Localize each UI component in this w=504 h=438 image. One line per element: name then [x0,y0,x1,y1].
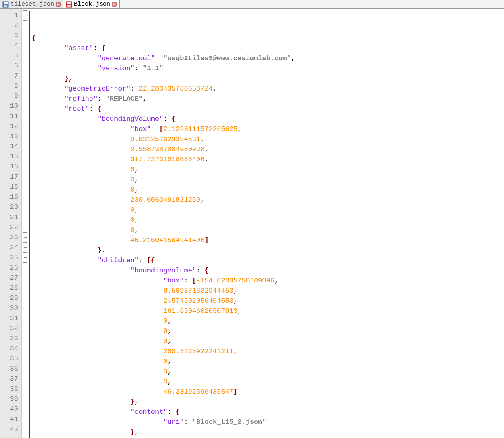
code-line[interactable]: "root": { [29,104,504,114]
code-line[interactable]: "children": [{ [29,255,504,265]
code-line[interactable]: 0, [29,164,504,175]
fold-toggle[interactable] [22,101,29,111]
svg-rect-5 [67,2,71,4]
code-line[interactable]: "boundingVolume": { [29,114,504,124]
line-number: 19 [0,192,21,202]
fold-guide [22,30,29,40]
line-number: 23 [0,232,21,242]
fold-toggle[interactable] [22,253,29,263]
code-line[interactable]: 0, [29,185,504,195]
line-number: 27 [0,273,21,283]
svg-rect-6 [67,5,71,7]
code-line[interactable]: "boundingVolume": { [29,265,504,276]
line-number: 2 [0,20,21,30]
line-number: 21 [0,212,21,222]
line-number: 25 [0,253,21,263]
line-number: 6 [0,61,21,71]
line-number: 24 [0,242,21,253]
code-line[interactable]: 8.509371832944453, [29,286,504,296]
code-line[interactable]: 0, [29,377,504,387]
line-number: 10 [0,101,21,111]
code-line[interactable]: 0, [29,336,504,346]
code-line[interactable]: "asset": { [29,43,504,53]
fold-toggle[interactable] [22,242,29,253]
fold-guide [22,374,29,384]
line-number: 41 [0,414,21,424]
line-number: 29 [0,293,21,303]
code-line[interactable]: }, [29,397,504,407]
line-number: 14 [0,141,21,152]
fold-toggle[interactable] [22,232,29,242]
code-line[interactable]: 0, [29,215,504,225]
line-number: 28 [0,283,21,293]
line-number: 36 [0,364,21,374]
code-line[interactable]: }, [29,74,504,84]
code-line[interactable]: 2.5587387084960938, [29,144,504,154]
fold-guide [22,343,29,354]
fold-toggle[interactable] [22,20,29,30]
code-line[interactable]: { [29,33,504,43]
code-line[interactable]: "box": [2.1283111572265625, [29,124,504,134]
code-line[interactable]: "box": [-154.02335756109096, [29,276,504,286]
fold-guide [22,212,29,222]
code-line[interactable]: 46.23192596435547] [29,387,504,397]
line-number: 18 [0,182,21,192]
code-line[interactable]: "content": { [29,407,504,417]
tab-block[interactable]: Block.json [63,0,120,8]
line-number: 22 [0,222,21,232]
code-line[interactable]: "generatetool": "osgb2tiles5@www.cesiuml… [29,53,504,63]
line-number: 5 [0,51,21,61]
code-line[interactable]: "version": "1.1" [29,63,504,74]
code-line[interactable]: 0, [29,326,504,336]
code-line[interactable]: 230.6563491821289, [29,195,504,205]
close-icon[interactable] [56,2,61,7]
line-number: 12 [0,121,21,131]
fold-guide [22,424,29,434]
fold-guide [22,283,29,293]
code-line[interactable]: 0, [29,366,504,377]
code-line[interactable]: "geometricError": 22.283435780658724, [29,84,504,94]
code-line[interactable]: 2.574502056464553, [29,296,504,306]
close-icon[interactable] [112,2,117,7]
line-number: 30 [0,303,21,313]
code-line[interactable]: 161.69046020507813, [29,306,504,316]
code-line[interactable]: }, [29,245,504,255]
fold-toggle[interactable] [22,384,29,394]
code-line[interactable]: 0, [29,225,504,235]
code-line[interactable]: 0, [29,205,504,215]
fold-guide [22,131,29,141]
line-number: 31 [0,313,21,323]
floppy-icon [2,1,9,8]
fold-guide [22,172,29,182]
fold-toggle[interactable] [22,91,29,101]
code-line[interactable]: 0, [29,356,504,366]
fold-toggle[interactable] [22,10,29,20]
code-line[interactable]: 9.031257629394531, [29,134,504,144]
fold-guide [22,71,29,81]
code-line[interactable]: 46.216041564941406] [29,235,504,245]
fold-guide [22,111,29,121]
fold-guide [22,333,29,343]
line-number: 35 [0,354,21,364]
line-number: 13 [0,131,21,141]
fold-guide [22,192,29,202]
fold-column [22,9,29,438]
code-line[interactable]: 208.5335922241211, [29,346,504,356]
fold-toggle[interactable] [22,81,29,91]
fold-guide [22,323,29,333]
svg-rect-2 [4,5,7,7]
code-line[interactable]: "refine": "REPLACE", [29,94,504,104]
code-line[interactable]: 0, [29,316,504,326]
line-number: 37 [0,374,21,384]
fold-guide [22,40,29,51]
code-line[interactable]: }, [29,427,504,437]
code-line[interactable]: "uri": "Block_L15_2.json" [29,417,504,427]
code-area[interactable]: { "asset": { "generatetool": "osgb2tiles… [29,9,504,438]
line-number: 9 [0,91,21,101]
code-line[interactable]: 0, [29,175,504,185]
fold-guide [22,273,29,283]
code-line[interactable]: 317.72731018066406, [29,154,504,164]
line-number: 38 [0,384,21,394]
fold-guide [22,313,29,323]
tab-tileset[interactable]: tileset.json [0,0,63,8]
